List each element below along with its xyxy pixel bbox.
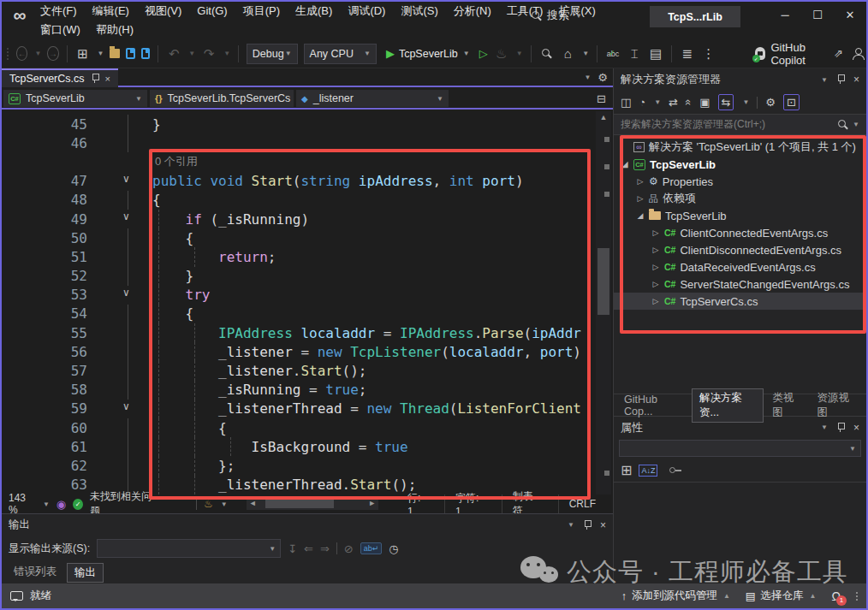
split-editor-icon[interactable]: ⊟ (597, 92, 606, 105)
breadcrumb-class[interactable]: {} TcpSeverLib.TcpServerCs ▼ (150, 90, 294, 107)
fold-chevron-icon[interactable] (87, 210, 152, 228)
next-message-icon[interactable]: ⇒ (320, 542, 330, 555)
expander-collapsed-icon[interactable]: ▷ (651, 246, 660, 254)
close-icon[interactable]: × (600, 519, 606, 531)
tree-item-tcpseverlib[interactable]: ◢C#TcpSeverLib (614, 156, 866, 173)
editor-options-gear-icon[interactable]: ⚙ (597, 71, 608, 84)
chevron-down-icon[interactable]: ▼ (221, 500, 228, 508)
editor-horizontal-scrollbar[interactable]: ◄ ► (247, 498, 378, 510)
save-icon[interactable] (126, 48, 135, 59)
navigate-back-icon[interactable]: ← (16, 46, 27, 61)
save-all-icon[interactable] (141, 48, 151, 59)
code-line[interactable]: 46 (2, 133, 613, 152)
code-cleanup-icon[interactable]: ♨ (204, 498, 213, 510)
menu-item[interactable]: 视图(V) (137, 3, 189, 20)
code-line[interactable]: 53 try (2, 286, 613, 305)
menu-item[interactable]: 分析(N) (446, 3, 499, 20)
expander-collapsed-icon[interactable]: ▷ (651, 228, 660, 237)
expander-collapsed-icon[interactable]: ▷ (636, 194, 645, 203)
breadcrumb-project[interactable]: C# TcpSeverLib ▼ (3, 90, 147, 107)
start-without-debugging-icon[interactable]: ▷ (479, 47, 488, 60)
spell-check-icon[interactable]: abc (605, 44, 621, 63)
chevron-down-icon[interactable]: ▼ (568, 521, 574, 529)
scroll-left-icon[interactable]: ◄ (249, 499, 257, 507)
expander-collapsed-icon[interactable]: ▷ (636, 177, 645, 186)
menu-item[interactable]: 调试(D) (340, 3, 393, 20)
search-control[interactable]: 搜索 ▼ (531, 8, 582, 23)
indent-mode[interactable]: 制表符 (502, 495, 551, 513)
close-button[interactable]: ✕ (834, 2, 866, 27)
properties-wrench-icon[interactable]: ⚙ (765, 96, 776, 109)
code-line[interactable]: 51 return; (2, 247, 613, 266)
indent-icon[interactable]: ≣ (680, 44, 695, 63)
line-ending[interactable]: CRLF (558, 495, 606, 513)
share-icon[interactable]: ⇗ (830, 44, 846, 63)
solution-home-icon[interactable]: ⌂ (560, 44, 575, 63)
menu-item[interactable]: 帮助(H) (88, 21, 141, 38)
tree-item--[interactable]: ▷品依赖项 (614, 190, 866, 207)
code-line[interactable]: 48{ (2, 191, 613, 210)
zoom-level[interactable]: 143 % (9, 492, 35, 516)
switch-views-icon[interactable]: ◫ (621, 96, 631, 109)
feedback-person-icon[interactable] (852, 48, 861, 60)
scroll-up-icon[interactable]: ▲ (596, 113, 611, 121)
code-line[interactable]: 0 个引用 (2, 152, 613, 171)
tab-GitHub-Cop-[interactable]: GitHub Cop... (617, 392, 690, 419)
resize-grip[interactable] (856, 592, 858, 601)
pin-icon[interactable] (583, 520, 592, 530)
tree-item-properties[interactable]: ▷⚙Properties (614, 173, 866, 190)
start-debugging-button[interactable]: ▶ TcpSeverLib ▼ (383, 47, 473, 60)
clear-all-icon[interactable]: ⊘ (344, 542, 354, 555)
scrollbar-thumb[interactable] (597, 248, 609, 315)
toolbar-grip[interactable] (7, 48, 9, 60)
chevron-down-icon[interactable]: ▼ (654, 98, 661, 106)
breadcrumb-member[interactable]: ◆ _listener ▼ (296, 90, 449, 107)
hot-reload-icon[interactable]: ♨ (494, 44, 509, 63)
text-cursor-icon[interactable]: ⌶ (627, 44, 642, 63)
code-line[interactable]: 57 _listener.Start(); (2, 361, 613, 380)
preview-selected-items-icon[interactable]: ⊡ (783, 94, 800, 110)
menu-item[interactable]: Git(G) (189, 3, 235, 20)
categorized-icon[interactable]: ⊞ (621, 462, 632, 478)
expander-collapsed-icon[interactable]: ▷ (651, 263, 660, 271)
code-line[interactable]: 60 { (2, 418, 613, 437)
tree-item-clientdisconnectedeventargs-cs[interactable]: ▷C#ClientDisconnectedEventArgs.cs (614, 241, 866, 258)
fold-chevron-icon[interactable] (87, 286, 152, 305)
minimize-button[interactable]: ─ (769, 2, 801, 27)
tab-list-chevron-icon[interactable]: ▼ (584, 74, 591, 81)
chevron-down-icon[interactable]: ▼ (43, 500, 50, 508)
maximize-button[interactable]: ☐ (801, 2, 834, 27)
close-icon[interactable]: × (853, 74, 859, 86)
key-icon[interactable] (669, 467, 675, 473)
codelens-references[interactable]: 0 个引用 (155, 154, 198, 169)
code-line[interactable]: 45} (2, 115, 613, 133)
chevron-down-icon[interactable]: ▼ (582, 50, 589, 57)
performance-indicator-icon[interactable]: ◉ (56, 498, 66, 511)
tree-item-clientconnectedeventargs-cs[interactable]: ▷C#ClientConnectedEventArgs.cs (614, 224, 866, 241)
pin-icon[interactable] (91, 74, 99, 84)
timestamp-clock-icon[interactable]: ◷ (389, 542, 398, 555)
properties-object-dropdown[interactable]: ▼ (619, 440, 861, 457)
chevron-down-icon[interactable]: ▼ (188, 50, 195, 57)
fold-chevron-icon[interactable] (87, 400, 152, 418)
undo-icon[interactable]: ↶ (166, 44, 181, 63)
chevron-down-icon[interactable]: ▼ (97, 50, 104, 57)
chevron-down-icon[interactable]: ▼ (223, 50, 230, 57)
code-line[interactable]: 58 _isRunning = true; (2, 381, 613, 400)
tree-item--tcpseverlib-1-1-[interactable]: ∞解决方案 'TcpSeverLib' (1 个项目, 共 1 个) (614, 139, 866, 156)
chevron-down-icon[interactable]: ▼ (516, 50, 523, 57)
fold-chevron-icon[interactable] (87, 172, 152, 191)
chevron-down-icon[interactable]: ▼ (821, 423, 828, 431)
select-repository-button[interactable]: ▤ 选择仓库 ▲ (746, 589, 817, 603)
menu-item[interactable]: 测试(S) (393, 3, 445, 20)
notifications-bell-icon[interactable]: Ω 1 (832, 589, 841, 603)
tab-错误列表[interactable]: 错误列表 (7, 563, 63, 581)
document-outline-icon[interactable]: ▤ (648, 44, 663, 63)
tree-item-serverstatechangedeventargs-cs[interactable]: ▷C#ServerStateChangedEventArgs.cs (614, 275, 866, 293)
tab-输出[interactable]: 输出 (67, 563, 104, 583)
solution-search-box[interactable]: 搜索解决方案资源管理器(Ctrl+;) ▼ (614, 115, 866, 135)
menu-item[interactable]: 编辑(E) (85, 3, 137, 20)
pin-icon[interactable] (836, 74, 845, 85)
menu-item[interactable]: 窗口(W) (33, 21, 88, 38)
previous-message-icon[interactable]: ⇐ (304, 542, 313, 555)
